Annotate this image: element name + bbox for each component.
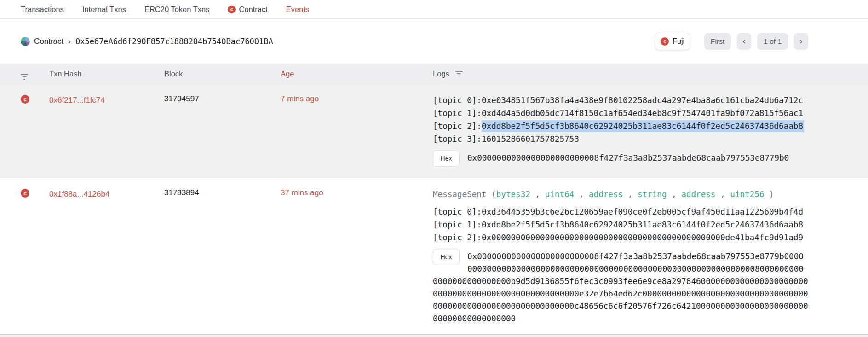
event-param-type: string [638, 190, 667, 199]
topic-value: 0xdd8be2f5f5d5cf3b8640c62924025b311ae83c… [482, 120, 804, 132]
network-badge[interactable]: c Fuji [655, 33, 690, 50]
event-param-type: address [681, 190, 715, 199]
event-param-type: address [589, 190, 623, 199]
contract-c-icon: c [228, 6, 236, 13]
block-number-link[interactable]: 31793894 [164, 187, 199, 197]
breadcrumb-separator-icon: › [68, 37, 71, 46]
pagination-page-indicator: 1 of 1 [757, 33, 788, 50]
contract-call-icon: c [21, 95, 29, 104]
column-header-age[interactable]: Age [281, 70, 433, 78]
tab-erc20-token-txns[interactable]: ERC20 Token Txns [144, 5, 210, 14]
txn-hash-link[interactable]: 0x1f88a...4126b4 [49, 188, 109, 199]
event-table-row: c0x1f88a...4126b43179389437 mins agoMess… [0, 177, 868, 334]
log-topic: [topic 2]:0xdd8be2f5f5d5cf3b8640c6292402… [433, 120, 808, 133]
hex-toggle-button[interactable]: Hex [433, 249, 460, 265]
tab-contract[interactable]: cContract [228, 5, 267, 14]
block-number-link[interactable]: 31794597 [164, 93, 199, 103]
txn-hash-cell: 0x6f217...f1fc74 [49, 94, 164, 177]
log-topic: [topic 3]:16015286601757825753 [433, 133, 808, 145]
log-data-block: Hex0x0000000000000000000000008f427f3a3a8… [433, 152, 808, 167]
contract-call-icon: c [21, 189, 29, 198]
tab-transactions[interactable]: Transactions [21, 5, 64, 14]
topic-value: 16015286601757825753 [482, 134, 579, 144]
log-topic: [topic 1]:0xd4d4a5d0db05dc714f8150c1af65… [433, 107, 808, 120]
breadcrumb-root: Contract [34, 37, 63, 46]
column-header-block: Block [164, 70, 281, 78]
event-name: MessageSent ( [433, 190, 496, 199]
c-chain-icon: c [661, 37, 669, 46]
contract-identicon-icon [21, 37, 30, 46]
event-signature: MessageSent (bytes32 , uint64 , address … [433, 188, 808, 201]
logs-cell: MessageSent (bytes32 , uint64 , address … [433, 188, 808, 334]
log-topic: [topic 1]:0xdd8be2f5f5d5cf3b8640c6292402… [433, 218, 808, 231]
column-header-logs: Logs [433, 70, 449, 78]
hex-toggle-button[interactable]: Hex [433, 150, 460, 167]
pagination-next-button[interactable]: › [794, 33, 808, 50]
log-topic: [topic 0]:0xe034851f567b38fa4a438e9f8010… [433, 94, 808, 107]
contract-address: 0x5e67eA6d6f290F857c1888204b7540Bac76001… [75, 37, 273, 46]
tab-label: Events [286, 5, 309, 14]
breadcrumb: Contract › 0x5e67eA6d6f290F857c1888204b7… [21, 37, 273, 46]
tab-label: Internal Txns [82, 5, 126, 14]
topic-value: 0xd36445359b3c6e26c120659aef090ce0f2eb00… [482, 207, 803, 216]
log-data-value: 0x0000000000000000000000008f427f3a3a8b25… [433, 152, 808, 164]
event-param-type: uint256 [730, 190, 764, 199]
txn-hash-cell: 0x1f88a...4126b4 [49, 188, 164, 334]
log-topic: [topic 2]:0x0000000000000000000000000000… [433, 231, 808, 244]
event-param-separator: , [530, 190, 545, 199]
txn-hash-link[interactable]: 0x6f217...f1fc74 [49, 94, 105, 105]
age-cell: 37 mins ago [281, 188, 433, 334]
row-method-cell: c [0, 188, 49, 334]
event-param-separator: , [667, 190, 681, 199]
topic-label: [topic 1]: [433, 109, 482, 118]
logs-cell: [topic 0]:0xe034851f567b38fa4a438e9f8010… [433, 94, 808, 177]
age-value: 37 mins ago [281, 187, 323, 197]
topic-value: 0xd4d4a5d0db05dc714f8150c1af654ed34eb8c9… [482, 109, 803, 118]
topic-value: 0xdd8be2f5f5d5cf3b8640c62924025b311ae83c… [482, 220, 803, 229]
topic-label: [topic 2]: [433, 122, 482, 131]
log-data-block: Hex0x0000000000000000000000008f427f3a3a8… [433, 250, 808, 325]
event-param-separator: ) [764, 190, 774, 199]
topic-value: 0xe034851f567b38fa4a438e9f80102258adc4a2… [482, 96, 803, 105]
tab-internal-txns[interactable]: Internal Txns [82, 5, 126, 14]
age-value: 7 mins ago [281, 93, 319, 103]
row-method-cell: c [0, 94, 49, 177]
event-table-row: c0x6f217...f1fc74317945977 mins ago[topi… [0, 84, 868, 177]
topic-label: [topic 2]: [433, 233, 482, 242]
filter-icon[interactable] [21, 74, 28, 80]
pagination-first-button[interactable]: First [704, 33, 731, 50]
table-header: Txn Hash Block Age Logs [0, 64, 868, 84]
log-topic: [topic 0]:0xd36445359b3c6e26c120659aef09… [433, 205, 808, 218]
tab-label: Transactions [21, 5, 64, 14]
topic-label: [topic 3]: [433, 134, 482, 144]
topic-value: 0x00000000000000000000000000000000000000… [482, 233, 803, 242]
tab-label: ERC20 Token Txns [144, 5, 210, 14]
event-param-separator: , [623, 190, 638, 199]
topic-label: [topic 1]: [433, 220, 482, 229]
log-data-value: 0x0000000000000000000000008f427f3a3a8b25… [433, 250, 808, 325]
age-cell: 7 mins ago [281, 94, 433, 177]
event-param-separator: , [715, 190, 730, 199]
tab-events[interactable]: Events [286, 5, 309, 14]
event-param-type: bytes32 [496, 190, 530, 199]
network-name: Fuji [673, 37, 684, 46]
block-cell: 31794597 [164, 94, 281, 177]
column-header-txn-hash: Txn Hash [49, 70, 164, 78]
topic-label: [topic 0]: [433, 207, 482, 216]
logs-filter-icon[interactable] [455, 71, 463, 76]
contract-header: Contract › 0x5e67eA6d6f290F857c1888204b7… [0, 19, 868, 64]
event-param-separator: , [574, 190, 589, 199]
next-row-edge [0, 335, 868, 337]
tab-label: Contract [239, 5, 267, 14]
block-cell: 31793894 [164, 188, 281, 334]
pagination-prev-button[interactable]: ‹ [737, 33, 751, 50]
topic-label: [topic 0]: [433, 96, 482, 105]
tabs-bar: TransactionsInternal TxnsERC20 Token Txn… [0, 0, 868, 19]
event-param-type: uint64 [545, 190, 575, 199]
